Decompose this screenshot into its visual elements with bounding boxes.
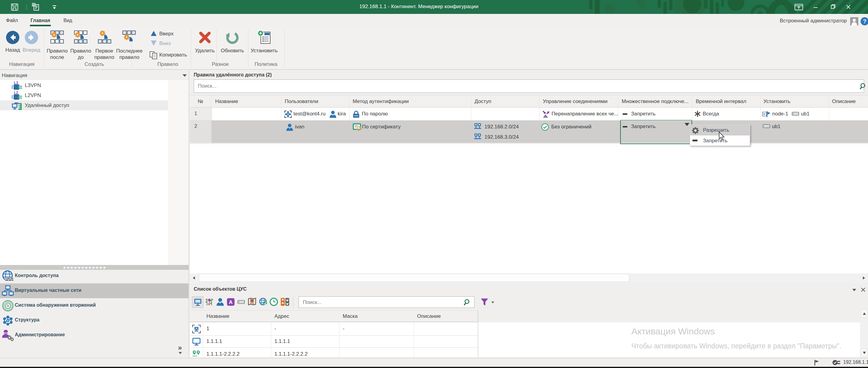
svg-text:L2: L2: [14, 91, 18, 95]
svg-text:A: A: [229, 299, 232, 305]
svg-text:L3: L3: [14, 81, 18, 85]
svg-text:?: ?: [863, 18, 867, 25]
